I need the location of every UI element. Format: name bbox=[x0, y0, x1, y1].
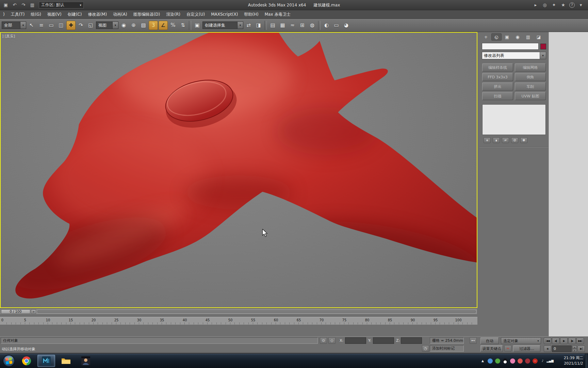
snap-toggle-3d-icon[interactable]: 3 bbox=[149, 21, 158, 30]
menu-item-8[interactable]: 渲染(R) bbox=[163, 10, 183, 18]
previous-frame-button[interactable]: ◀| bbox=[552, 338, 559, 344]
project-folder-icon[interactable]: ▥ bbox=[29, 1, 36, 9]
go-to-end-mini-button[interactable]: ▶| bbox=[577, 346, 585, 352]
search-icon[interactable]: ◎ bbox=[541, 1, 549, 9]
help-icon[interactable]: ? bbox=[569, 2, 575, 8]
next-frame-button[interactable]: |▶ bbox=[568, 338, 576, 344]
start-button[interactable] bbox=[2, 354, 16, 368]
taskbar-clock[interactable]: 21:39 周二 2021/11/2 bbox=[564, 355, 583, 366]
modifier-list-dropdown[interactable]: 修改器列表 ▾ bbox=[482, 52, 546, 59]
timeline-ruler[interactable]: 0510152025303540455055606570758085909510… bbox=[0, 317, 477, 325]
material-editor-icon[interactable]: ◍ bbox=[308, 21, 317, 30]
menu-item-6[interactable]: 动画(A) bbox=[110, 10, 130, 18]
explorer-taskbar-button[interactable] bbox=[57, 355, 75, 367]
help-caret-icon[interactable]: ▾ bbox=[577, 1, 585, 9]
tray-network[interactable]: ▂▄▆ bbox=[548, 358, 553, 364]
menu-item-7[interactable]: 图形编辑器(D) bbox=[130, 10, 163, 18]
modifier-button-5[interactable]: 车削 bbox=[515, 82, 546, 91]
window-crossing-toggle-icon[interactable]: ◫ bbox=[56, 21, 66, 30]
modifier-button-1[interactable]: 编辑网格 bbox=[515, 63, 546, 72]
key-filter-curve-icon[interactable]: ≈ bbox=[504, 345, 511, 352]
expand-arrow-icon[interactable]: ▸ bbox=[532, 1, 539, 9]
workspace-caret-icon[interactable]: ▾ bbox=[80, 3, 81, 7]
save-icon[interactable]: ▣ bbox=[2, 1, 10, 9]
hierarchy-tab[interactable]: ▣ bbox=[502, 33, 512, 41]
modifier-button-0[interactable]: 编辑样条线 bbox=[482, 63, 513, 72]
player-taskbar-button[interactable] bbox=[77, 355, 95, 367]
menu-item-10[interactable]: MAXScript(X) bbox=[208, 10, 241, 18]
undo-icon[interactable]: ↶ bbox=[11, 1, 18, 9]
auto-key-button[interactable]: 自动 bbox=[480, 337, 499, 344]
show-desktop-button[interactable] bbox=[585, 354, 588, 368]
tray-app-blue[interactable] bbox=[488, 358, 493, 364]
modifier-list-caret-icon[interactable]: ▾ bbox=[540, 52, 546, 59]
key-filters-button[interactable]: 过滤器... bbox=[513, 345, 540, 352]
play-button[interactable]: ▶ bbox=[560, 338, 568, 344]
time-slider[interactable]: 0 / 100 > bbox=[0, 309, 477, 315]
modifier-button-3[interactable]: 倒角 bbox=[515, 73, 546, 81]
menu-item-2[interactable]: 组(G) bbox=[28, 10, 44, 18]
time-tag-icon[interactable]: ◷ bbox=[422, 345, 429, 352]
modifier-stack-list[interactable] bbox=[482, 104, 546, 135]
tray-no-entry[interactable]: − bbox=[533, 358, 538, 364]
time-slider-handle[interactable]: 0 / 100 bbox=[1, 309, 30, 314]
make-unique-icon[interactable]: ≠ bbox=[502, 137, 509, 143]
y-coord-field[interactable] bbox=[373, 337, 394, 344]
frame-spinner-down-icon[interactable]: ▾ bbox=[572, 349, 577, 352]
menu-item-3[interactable]: 视图(V) bbox=[44, 10, 65, 18]
modifier-button-6[interactable]: 扫描 bbox=[482, 92, 513, 100]
viewport-label[interactable]: ] [真实] bbox=[2, 34, 15, 39]
selection-set-caret-icon[interactable]: ▾ bbox=[536, 339, 541, 342]
tray-app-pink[interactable] bbox=[510, 358, 515, 364]
modify-tab[interactable]: ◵ bbox=[491, 33, 502, 41]
object-color-swatch[interactable] bbox=[540, 44, 546, 49]
layer-manager-icon[interactable]: ▤ bbox=[268, 21, 277, 30]
reference-coord-combo[interactable]: 视图▾ bbox=[96, 21, 118, 29]
frame-spinner-up-icon[interactable]: ▴ bbox=[572, 346, 577, 349]
modifier-button-4[interactable]: 挤出 bbox=[482, 82, 513, 91]
modifier-button-2[interactable]: FFD 3x3x3 bbox=[482, 73, 513, 81]
rendered-frame-window-icon[interactable]: ▭ bbox=[332, 21, 341, 30]
menu-item-5[interactable]: 修改器(M) bbox=[85, 10, 110, 18]
3dsmax-taskbar-button[interactable] bbox=[37, 355, 55, 367]
render-production-icon[interactable]: ◕ bbox=[342, 21, 351, 30]
communication-center-icon[interactable]: ✦ bbox=[550, 1, 558, 9]
chrome-taskbar-button[interactable] bbox=[18, 355, 35, 367]
selection-lock-icon[interactable]: ⊙ bbox=[320, 337, 327, 344]
utilities-tab[interactable]: ◪ bbox=[534, 33, 544, 41]
align-icon[interactable]: ◨ bbox=[254, 21, 263, 30]
go-to-end-button[interactable]: ▶▶| bbox=[576, 338, 584, 344]
hidden-icons-arrow[interactable]: ▲ bbox=[480, 358, 485, 364]
named-selection-sets-combo-caret-icon[interactable]: ▾ bbox=[237, 22, 243, 29]
schematic-view-icon[interactable]: ⊞ bbox=[298, 21, 307, 30]
tray-qq-penguin[interactable] bbox=[503, 358, 508, 364]
menu-item-0[interactable]: ) bbox=[0, 10, 8, 18]
edit-named-selection-sets-icon[interactable]: ▣ bbox=[193, 21, 202, 30]
next-frame-arrow[interactable]: > bbox=[31, 309, 36, 314]
menu-item-1[interactable]: 工具(T) bbox=[8, 10, 28, 18]
percent-snap-toggle-icon[interactable]: % bbox=[168, 21, 178, 30]
z-coord-field[interactable] bbox=[401, 337, 422, 344]
time-slider-track[interactable] bbox=[37, 310, 476, 313]
reference-coord-combo-caret-icon[interactable]: ▾ bbox=[112, 22, 118, 29]
key-mode-toggle-button[interactable]: ◈ bbox=[544, 346, 551, 352]
tray-volume[interactable]: ♪ bbox=[540, 358, 545, 364]
tray-app-red[interactable] bbox=[518, 358, 523, 364]
select-by-name-icon[interactable]: ≡ bbox=[37, 21, 46, 30]
add-time-tag-field[interactable]: 添加时间标记 bbox=[430, 345, 464, 352]
angle-snap-toggle-icon[interactable]: ∠ bbox=[159, 21, 168, 30]
current-frame-field[interactable] bbox=[552, 346, 572, 352]
select-and-scale-icon[interactable]: ◱ bbox=[86, 21, 95, 30]
go-to-start-button[interactable]: |◀◀ bbox=[544, 338, 551, 344]
pin-stack-icon[interactable]: ∗ bbox=[484, 137, 491, 143]
selection-filter-combo-caret-icon[interactable]: ▾ bbox=[20, 22, 26, 29]
create-tab[interactable]: + bbox=[481, 33, 491, 41]
selection-filter-combo[interactable]: 全部▾ bbox=[2, 21, 26, 29]
mirror-icon[interactable]: ⇄ bbox=[244, 21, 253, 30]
use-pivot-center-icon[interactable]: ◉ bbox=[119, 21, 128, 30]
menu-item-4[interactable]: 创建(C) bbox=[65, 10, 85, 18]
selection-set-combo[interactable]: 选定对象 ▾ bbox=[501, 337, 541, 344]
redo-icon[interactable]: ↷ bbox=[20, 1, 27, 9]
tray-app-green[interactable] bbox=[495, 358, 500, 364]
x-coord-field[interactable] bbox=[345, 337, 366, 344]
